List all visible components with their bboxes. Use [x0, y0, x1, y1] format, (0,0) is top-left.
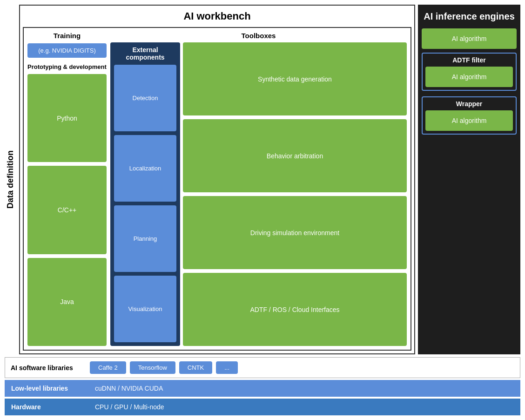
synthetic-data-box: Synthetic data generation: [183, 42, 407, 115]
data-definition-label: Data definition: [5, 5, 16, 354]
ai-algorithm-1: AI algorithm: [422, 28, 517, 49]
workbench-inner: Training (e.g. NVIDIA DIGITS) Prototypin…: [23, 27, 411, 351]
toolboxes-column: Toolboxes External components Detection …: [110, 32, 407, 346]
low-level-bar: Low-level libraries cuDNN / NVIDIA CUDA: [5, 380, 520, 397]
driving-simulation-box: Driving simulation environment: [183, 196, 407, 269]
workbench-title: AI workbench: [23, 8, 411, 24]
python-box: Python: [27, 74, 107, 162]
low-level-label: Low-level libraries: [11, 385, 86, 392]
planning-box: Planning: [114, 205, 176, 272]
more-badge: ...: [216, 361, 238, 374]
visualization-box: Visualization: [114, 276, 176, 342]
adtf-filter-wrapper: ADTF filter AI algorithm: [422, 53, 517, 91]
wrapper-box: Wrapper AI algorithm: [422, 96, 517, 135]
hardware-bar: Hardware CPU / GPU / Multi-node: [5, 399, 520, 415]
behavior-arbitration-box: Behavior arbitration: [183, 119, 407, 192]
inference-title: AI inference engines: [422, 8, 517, 25]
hardware-value: CPU / GPU / Multi-node: [95, 403, 164, 411]
adtf-filter-label: ADTF filter: [425, 56, 513, 64]
toolboxes-heading: Toolboxes: [110, 32, 407, 40]
wrapper-label: Wrapper: [425, 100, 513, 108]
hardware-label: Hardware: [11, 403, 86, 411]
localization-box: Localization: [114, 135, 176, 202]
proto-heading: Prototyping & development: [27, 63, 107, 70]
caffe2-badge: Caffe 2: [90, 361, 126, 374]
right-toolboxes: Synthetic data generation Behavior arbit…: [183, 42, 407, 346]
training-column: Training (e.g. NVIDIA DIGITS) Prototypin…: [27, 32, 107, 346]
detection-box: Detection: [114, 65, 176, 131]
software-libs-label: AI software libraries: [11, 364, 85, 372]
low-level-value: cuDNN / NVIDIA CUDA: [95, 385, 163, 392]
ai-algorithm-3: AI algorithm: [425, 110, 513, 131]
tensorflow-badge: Tensorflow: [130, 361, 175, 374]
java-box: Java: [27, 258, 107, 346]
lib-badges-group: Caffe 2 Tensorflow CNTK ...: [90, 361, 238, 374]
bottom-section: AI software libraries Caffe 2 Tensorflow…: [5, 357, 520, 415]
main-area: Data definition AI workbench Training (e…: [5, 5, 520, 354]
adtf-ros-cloud-box: ADTF / ROS / Cloud Interfaces: [183, 273, 407, 346]
external-heading: External components: [114, 46, 176, 61]
external-components-column: External components Detection Localizati…: [110, 42, 180, 346]
cpp-box: C/C++: [27, 166, 107, 254]
software-libraries-bar: AI software libraries Caffe 2 Tensorflow…: [5, 357, 520, 378]
inference-engines-column: AI inference engines AI algorithm ADTF f…: [418, 5, 520, 354]
workbench-container: AI workbench Training (e.g. NVIDIA DIGIT…: [19, 5, 415, 354]
training-heading: Training: [27, 32, 107, 40]
nvidia-digits-box: (e.g. NVIDIA DIGITS): [27, 43, 107, 58]
ai-algorithm-2: AI algorithm: [425, 67, 513, 87]
toolboxes-inner: External components Detection Localizati…: [110, 42, 407, 346]
cntk-badge: CNTK: [179, 361, 212, 374]
